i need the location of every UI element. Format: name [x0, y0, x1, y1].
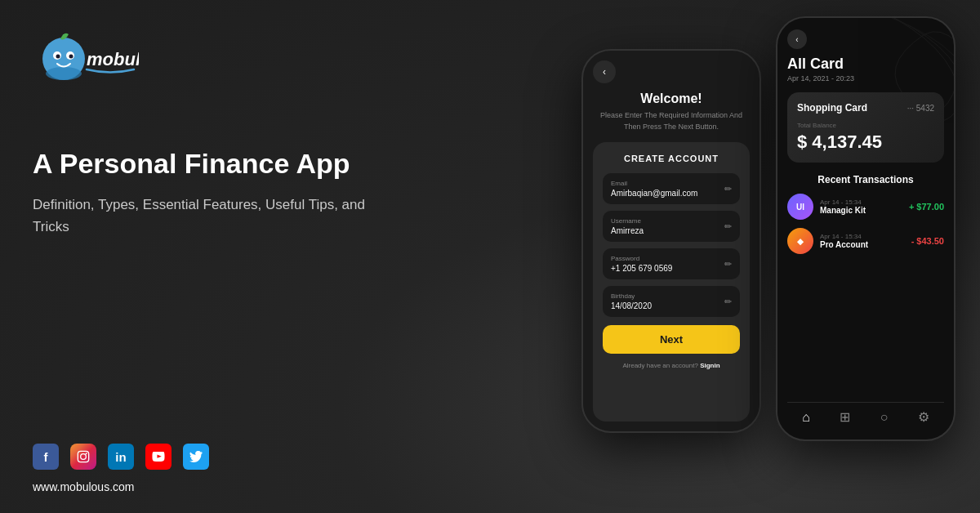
recent-transactions-title: Recent Transactions: [787, 174, 944, 185]
transaction-icon-pro: ◆: [787, 228, 813, 254]
username-field[interactable]: Username Amirreza ✏: [603, 211, 740, 242]
website-link[interactable]: www.mobulous.com: [33, 480, 135, 493]
transaction-date-1: Apr 14 - 15:34: [820, 199, 902, 206]
svg-text:mobulous: mobulous: [87, 49, 139, 69]
password-value: +1 205 679 0569: [611, 264, 672, 273]
transaction-info-1: Apr 14 - 15:34 Managic Kit: [820, 199, 902, 215]
main-subheadline: Definition, Types, Essential Features, U…: [33, 194, 392, 238]
transaction-name-1: Managic Kit: [820, 206, 902, 215]
create-account-title: CREATE ACCOUNT: [603, 154, 740, 163]
back-button-1[interactable]: ‹: [593, 60, 616, 83]
transaction-icon-ui: UI: [787, 194, 813, 220]
svg-point-4: [56, 55, 60, 59]
all-card-title: All Card: [787, 56, 944, 73]
nav-wallet-icon[interactable]: ○: [880, 410, 889, 425]
transaction-amount-2: - $43.50: [911, 236, 944, 246]
password-label: Password: [611, 255, 672, 262]
birthday-value: 14/08/2020: [611, 301, 652, 310]
transaction-name-2: Pro Account: [820, 240, 905, 249]
nav-settings-icon[interactable]: ⚙: [918, 409, 929, 425]
twitter-icon[interactable]: [183, 444, 209, 470]
password-field[interactable]: Password +1 205 679 0569 ✏: [603, 248, 740, 279]
instagram-icon[interactable]: [70, 444, 96, 470]
facebook-icon[interactable]: f: [33, 444, 59, 470]
signin-link[interactable]: Signin: [698, 362, 720, 369]
phone-create-account: ‹ Welcome! Please Enter The Required Inf…: [581, 49, 761, 433]
left-panel: mobulous A Personal Finance App Definiti…: [0, 0, 425, 513]
svg-point-8: [81, 454, 87, 460]
password-field-content: Password +1 205 679 0569: [611, 255, 672, 273]
username-field-content: Username Amirreza: [611, 217, 644, 235]
nav-grid-icon[interactable]: ⊞: [840, 409, 850, 425]
nav-home-icon[interactable]: ⌂: [802, 410, 810, 425]
welcome-title: Welcome!: [593, 91, 750, 106]
social-row: f in: [33, 444, 209, 470]
phone-all-card: ‹ All Card Apr 14, 2021 - 20:23 Shopping…: [776, 16, 956, 441]
transaction-pro-account: ◆ Apr 14 - 15:34 Pro Account - $43.50: [787, 228, 944, 254]
svg-point-5: [69, 55, 74, 59]
logo-wrapper: mobulous: [33, 25, 139, 82]
card-top: Shopping Card ··· 5432: [797, 102, 934, 114]
phone1-screen: ‹ Welcome! Please Enter The Required Inf…: [583, 51, 760, 431]
username-label: Username: [611, 217, 644, 225]
create-account-box: CREATE ACCOUNT Email Amirbaqian@gmail.co…: [593, 142, 750, 422]
transaction-managic-kit: UI Apr 14 - 15:34 Managic Kit + $77.00: [787, 194, 944, 220]
logo-area: mobulous: [33, 25, 392, 82]
email-value: Amirbaqian@gmail.com: [611, 189, 697, 198]
bottom-navigation: ⌂ ⊞ ○ ⚙: [787, 402, 944, 428]
next-button[interactable]: Next: [603, 325, 740, 354]
balance-label: Total Balance: [797, 122, 934, 129]
svg-point-1: [46, 67, 82, 80]
already-account-text: Already have an account? Signin: [603, 362, 740, 369]
phone2-screen: ‹ All Card Apr 14, 2021 - 20:23 Shopping…: [777, 18, 954, 439]
linkedin-icon[interactable]: in: [108, 444, 134, 470]
email-field-content: Email Amirbaqian@gmail.com: [611, 180, 697, 198]
username-edit-icon[interactable]: ✏: [724, 221, 732, 232]
password-edit-icon[interactable]: ✏: [724, 259, 732, 270]
youtube-icon[interactable]: [145, 444, 172, 470]
email-label: Email: [611, 180, 697, 187]
transaction-date-2: Apr 14 - 15:34: [820, 233, 905, 240]
username-value: Amirreza: [611, 226, 644, 235]
logo-svg: mobulous: [33, 25, 139, 82]
main-headline: A Personal Finance App: [33, 147, 392, 181]
birthday-field[interactable]: Birthday 14/08/2020 ✏: [603, 286, 740, 317]
card-number: ··· 5432: [907, 104, 934, 113]
email-edit-icon[interactable]: ✏: [724, 184, 732, 194]
welcome-subtitle: Please Enter The Required Information An…: [593, 110, 750, 132]
balance-value: $ 4,137.45: [797, 132, 934, 153]
email-field[interactable]: Email Amirbaqian@gmail.com ✏: [603, 173, 740, 204]
birthday-edit-icon[interactable]: ✏: [724, 297, 732, 307]
svg-rect-7: [78, 451, 88, 462]
birthday-label: Birthday: [611, 292, 652, 300]
all-card-date: Apr 14, 2021 - 20:23: [787, 74, 944, 83]
transaction-info-2: Apr 14 - 15:34 Pro Account: [820, 233, 905, 249]
birthday-field-content: Birthday 14/08/2020: [611, 292, 652, 310]
transaction-amount-1: + $77.00: [909, 202, 944, 212]
phones-area: ‹ Welcome! Please Enter The Required Inf…: [581, 16, 956, 441]
card-name: Shopping Card: [797, 102, 867, 114]
svg-point-9: [86, 453, 87, 454]
back-button-2[interactable]: ‹: [787, 29, 807, 49]
card-widget: Shopping Card ··· 5432 Total Balance $ 4…: [787, 92, 944, 163]
